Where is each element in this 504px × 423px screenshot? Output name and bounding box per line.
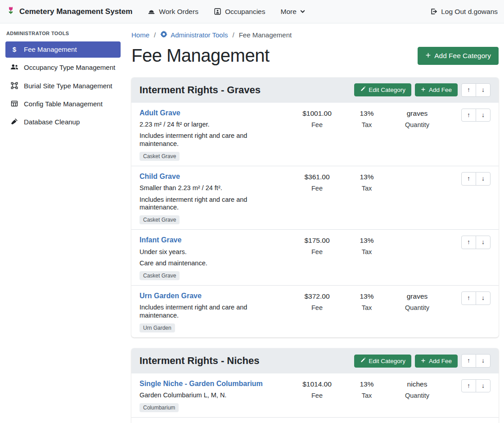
fee-description: Includes interment right and care and ma… — [140, 304, 288, 319]
fee-row: Child Grave Smaller than 2.23 m² / 24 ft… — [131, 166, 499, 230]
arrow-down-icon: ↓ — [482, 357, 485, 364]
sidebar-heading: ADMINISTRATOR TOOLS — [6, 31, 120, 36]
fee-row: Infant Grave Under six years.Care and ma… — [131, 230, 499, 286]
fee-amount-cell: $175.00 Fee — [291, 236, 343, 255]
arrow-up-icon: ↑ — [467, 382, 470, 389]
nav-more[interactable]: More — [281, 8, 305, 16]
fee-quantity-cell — [391, 172, 444, 177]
nav-work-orders-label: Work Orders — [159, 8, 198, 16]
fee-descriptions: 2.23 m² / 24 ft² or larger.Includes inte… — [140, 121, 288, 148]
sidebar-item-database-cleanup[interactable]: Database Cleanup — [5, 114, 121, 130]
broom-icon — [10, 118, 19, 125]
move-fee-up-button[interactable]: ↑ — [461, 172, 476, 186]
fee-description: 2.23 m² / 24 ft² or larger. — [140, 121, 288, 128]
fee-description: Includes interment right and care and ma… — [140, 132, 288, 148]
section-body: Adult Grave 2.23 m² / 24 ft² or larger.I… — [131, 103, 499, 338]
edit-category-button[interactable]: Edit Category — [354, 355, 411, 368]
fee-name[interactable]: Adult Grave — [140, 109, 180, 117]
nav-work-orders[interactable]: Work Orders — [148, 8, 198, 16]
add-fee-button[interactable]: Add Fee — [415, 355, 458, 368]
fee-info: Child Grave Smaller than 2.23 m² / 24 ft… — [140, 172, 288, 224]
fee-reorder-cell: ↑ ↓ — [447, 109, 490, 122]
fee-tax-cell: 13% Tax — [346, 172, 387, 192]
fee-reorder-cell: ↑ ↓ — [447, 379, 490, 393]
fee-amount-cell: $1001.00 Fee — [291, 109, 343, 128]
move-fee-down-button[interactable]: ↓ — [476, 236, 490, 249]
edit-category-button[interactable]: Edit Category — [354, 83, 411, 96]
fee-name[interactable]: Urn Garden Grave — [140, 291, 202, 300]
quantity-label: Quantity — [391, 392, 444, 399]
tax-value: 13% — [346, 109, 387, 118]
logout-icon — [430, 8, 437, 15]
fee-info: Infant Grave Under six years.Care and ma… — [140, 236, 288, 280]
fee-quantity-cell: niches Quantity — [391, 379, 444, 399]
fee-amount: $1001.00 — [291, 109, 343, 118]
tax-label: Tax — [346, 392, 387, 399]
breadcrumb-separator: / — [154, 31, 156, 39]
main-content: Home / Administrator Tools / Fee Managem… — [126, 23, 504, 423]
people-icon — [10, 64, 19, 70]
move-fee-down-button[interactable]: ↓ — [476, 172, 490, 186]
arrow-up-icon: ↑ — [467, 86, 470, 93]
fee-name[interactable]: Child Grave — [140, 172, 180, 181]
sidebar-item-label: Burial Site Type Management — [24, 82, 112, 91]
logout-link[interactable]: Log Out d.gowans — [430, 8, 498, 16]
fee-info: Adult Grave 2.23 m² / 24 ft² or larger.I… — [140, 109, 288, 161]
fee-name[interactable]: Single Niche - Garden Columbarium — [140, 379, 263, 388]
tax-label: Tax — [346, 248, 387, 255]
fee-name[interactable]: Infant Grave — [140, 236, 181, 244]
sidebar-item-burial-site-type-management[interactable]: Burial Site Type Management — [5, 78, 121, 94]
sidebar-item-occupancy-type-management[interactable]: Occupancy Type Management — [5, 59, 121, 76]
fee-description: Under six years. — [140, 248, 288, 256]
fee-info: Urn Garden Grave Includes interment righ… — [140, 291, 288, 332]
pencil-icon — [360, 86, 365, 93]
app-brand[interactable]: Cemetery Management System — [6, 6, 132, 17]
breadcrumb-current: Fee Management — [239, 31, 292, 39]
move-fee-down-button[interactable]: ↓ — [476, 109, 490, 122]
sidebar-item-config-table-management[interactable]: Config Table Management — [5, 96, 121, 112]
plot-frame-icon — [10, 82, 19, 89]
add-fee-category-button[interactable]: Add Fee Category — [418, 47, 499, 65]
section-actions: Edit Category Add Fee ↑ ↓ — [354, 354, 490, 368]
move-category-up-button[interactable]: ↑ — [461, 83, 476, 97]
breadcrumb-admin-tools-label: Administrator Tools — [171, 31, 228, 39]
fee-descriptions: Smaller than 2.23 m² / 24 ft².Includes i… — [140, 184, 288, 211]
arrow-up-icon: ↑ — [467, 357, 470, 364]
move-category-down-button[interactable]: ↓ — [476, 354, 490, 368]
breadcrumb-home[interactable]: Home — [131, 31, 149, 39]
fee-tag: Casket Grave — [140, 271, 180, 280]
move-fee-down-button[interactable]: ↓ — [476, 291, 490, 305]
fee-amount-label: Fee — [291, 304, 343, 311]
fee-tax-cell: 13% Tax — [346, 236, 387, 255]
page-title: Fee Management — [131, 45, 270, 66]
breadcrumb: Home / Administrator Tools / Fee Managem… — [131, 31, 499, 39]
move-fee-up-button[interactable]: ↑ — [461, 109, 476, 122]
move-fee-up-button[interactable]: ↑ — [461, 291, 476, 305]
fee-reorder-group: ↑ ↓ — [461, 236, 490, 249]
tulip-logo-icon — [6, 6, 15, 17]
sidebar-item-fee-management[interactable]: $Fee Management — [5, 41, 121, 58]
move-fee-up-button[interactable]: ↑ — [461, 236, 476, 249]
edit-category-label: Edit Category — [369, 358, 405, 364]
nav-occupancies[interactable]: Occupancies — [214, 8, 266, 16]
fee-info: Single Niche - Garden Columbarium Garden… — [140, 379, 288, 413]
fee-descriptions: Under six years.Care and maintenance. — [140, 248, 288, 268]
nav-more-label: More — [281, 8, 297, 16]
dollar-icon: $ — [10, 45, 19, 54]
move-fee-down-button[interactable]: ↓ — [476, 379, 490, 393]
fee-reorder-group: ↑ ↓ — [461, 291, 490, 305]
move-category-up-button[interactable]: ↑ — [461, 354, 476, 368]
fee-description: Care and maintenance. — [140, 259, 288, 267]
fee-reorder-group: ↑ ↓ — [461, 172, 490, 186]
breadcrumb-admin-tools[interactable]: Administrator Tools — [160, 31, 228, 39]
fee-tax-cell: 13% Tax — [346, 379, 387, 399]
arrow-down-icon: ↓ — [482, 111, 485, 118]
fee-row: Single Niche - Garden Columbarium Garden… — [131, 373, 499, 418]
fee-quantity-cell — [391, 236, 444, 240]
move-category-down-button[interactable]: ↓ — [476, 83, 490, 97]
move-fee-up-button[interactable]: ↑ — [461, 379, 476, 393]
add-fee-button[interactable]: Add Fee — [415, 83, 458, 96]
category-reorder-group: ↑ ↓ — [461, 83, 490, 97]
fee-category-card: Interment Rights - Niches Edit Category … — [131, 348, 499, 423]
fee-reorder-group: ↑ ↓ — [461, 109, 490, 122]
